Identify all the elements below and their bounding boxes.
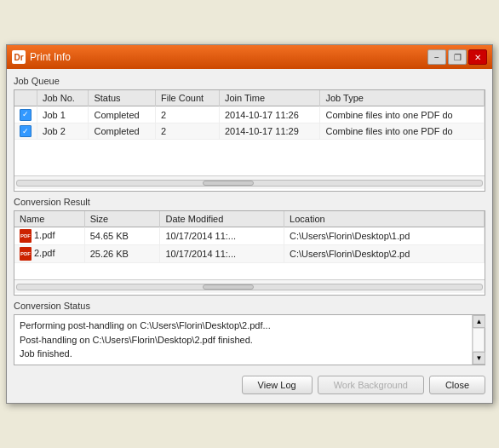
status-line: Performing post-handling on C:\Users\Flo… [20, 319, 467, 333]
cell-status: Completed [89, 123, 156, 140]
scroll-track[interactable] [473, 328, 485, 352]
conversion-result-table-inner[interactable]: Name Size Date Modified Location PDF1.pd… [14, 211, 485, 279]
restore-button[interactable]: ❐ [448, 49, 467, 65]
job-queue-label: Job Queue [14, 76, 485, 86]
status-line: Job finished. [20, 347, 467, 361]
app-icon: Dr [12, 50, 26, 64]
window-controls: − ❐ ✕ [427, 49, 487, 65]
conversion-result-scroll-track[interactable] [16, 284, 483, 290]
cell-job_type: Combine files into one PDF do [320, 106, 485, 123]
conversion-result-scrollbar[interactable] [14, 279, 485, 293]
job-queue-scroll-thumb[interactable] [203, 181, 254, 186]
col-header-datemod: Date Modified [160, 211, 284, 227]
col-header-jobtype: Job Type [320, 90, 485, 106]
col-header-jointime: Join Time [219, 90, 320, 106]
conversion-result-header-row: Name Size Date Modified Location [14, 211, 485, 227]
cell-join_time: 2014-10-17 11:29 [219, 123, 320, 140]
cell-date_modified: 10/17/2014 11:... [160, 245, 284, 263]
cell-file_count: 2 [156, 123, 220, 140]
conversion-result-label: Conversion Result [14, 197, 485, 207]
col-header-name: Name [14, 211, 84, 227]
scroll-up-button[interactable]: ▲ [473, 315, 485, 328]
job-queue-scroll-track[interactable] [16, 180, 483, 187]
col-header-checkbox [14, 90, 37, 106]
col-header-location: Location [284, 211, 485, 227]
row-checkbox[interactable] [14, 123, 37, 140]
job-queue-table: Job No. Status File Count Join Time Job … [14, 90, 485, 140]
col-header-size: Size [84, 211, 160, 227]
cell-date_modified: 10/17/2014 11:... [160, 227, 284, 245]
conversion-status-section: Performing post-handling on C:\Users\Flo… [14, 314, 485, 365]
table-row: PDF1.pdf54.65 KB10/17/2014 11:...C:\User… [14, 227, 485, 245]
conversion-status-label: Conversion Status [14, 301, 485, 311]
status-scrollbar[interactable]: ▲ ▼ [472, 315, 485, 365]
cell-location: C:\Users\Florin\Desktop\1.pd [284, 227, 485, 245]
conversion-result-container: Name Size Date Modified Location PDF1.pd… [14, 210, 485, 296]
scroll-down-button[interactable]: ▼ [473, 352, 485, 365]
window-content: Job Queue Job No. Status File Count Join… [7, 69, 492, 403]
conversion-result-table: Name Size Date Modified Location PDF1.pd… [14, 211, 485, 263]
cell-size: 25.26 KB [84, 245, 160, 263]
table-row: PDF2.pdf25.26 KB10/17/2014 11:...C:\User… [14, 245, 485, 263]
minimize-button[interactable]: − [427, 49, 446, 65]
work-background-button[interactable]: Work Background [318, 376, 424, 394]
col-header-filecount: File Count [156, 90, 220, 106]
cell-size: 54.65 KB [84, 227, 160, 245]
col-header-jobno: Job No. [37, 90, 89, 106]
col-header-status: Status [89, 90, 156, 106]
close-button[interactable]: Close [429, 376, 485, 394]
conversion-result-scroll-thumb[interactable] [203, 284, 254, 290]
button-bar: View Log Work Background Close [14, 372, 485, 396]
cell-name: PDF1.pdf [14, 227, 84, 245]
window-title: Print Info [30, 51, 427, 63]
job-queue-scrollbar[interactable] [14, 175, 485, 189]
title-bar: Dr Print Info − ❐ ✕ [7, 45, 492, 69]
job-queue-body: Job 1Completed22014-10-17 11:26Combine f… [14, 106, 485, 140]
job-queue-header-row: Job No. Status File Count Join Time Job … [14, 90, 485, 106]
job-queue-table-inner[interactable]: Job No. Status File Count Join Time Job … [14, 90, 485, 175]
main-window: Dr Print Info − ❐ ✕ Job Queue Job No. St… [6, 44, 493, 404]
table-row: Job 1Completed22014-10-17 11:26Combine f… [14, 106, 485, 123]
view-log-button[interactable]: View Log [242, 376, 313, 394]
cell-join_time: 2014-10-17 11:26 [219, 106, 320, 123]
job-queue-container: Job No. Status File Count Join Time Job … [14, 89, 485, 192]
status-text-content: Performing post-handling on C:\Users\Flo… [14, 315, 485, 365]
cell-job_type: Combine files into one PDF do [320, 123, 485, 140]
cell-job_no: Job 1 [37, 106, 89, 123]
status-line: Post-handling on C:\Users\Florin\Desktop… [20, 333, 467, 347]
cell-status: Completed [89, 106, 156, 123]
cell-file_count: 2 [156, 106, 220, 123]
conversion-result-body: PDF1.pdf54.65 KB10/17/2014 11:...C:\User… [14, 227, 485, 263]
cell-name: PDF2.pdf [14, 245, 84, 263]
cell-location: C:\Users\Florin\Desktop\2.pd [284, 245, 485, 263]
pdf-icon: PDF [20, 247, 32, 261]
close-window-button[interactable]: ✕ [468, 49, 487, 65]
pdf-icon: PDF [20, 229, 32, 243]
row-checkbox[interactable] [14, 106, 37, 123]
table-row: Job 2Completed22014-10-17 11:29Combine f… [14, 123, 485, 140]
cell-job_no: Job 2 [37, 123, 89, 140]
